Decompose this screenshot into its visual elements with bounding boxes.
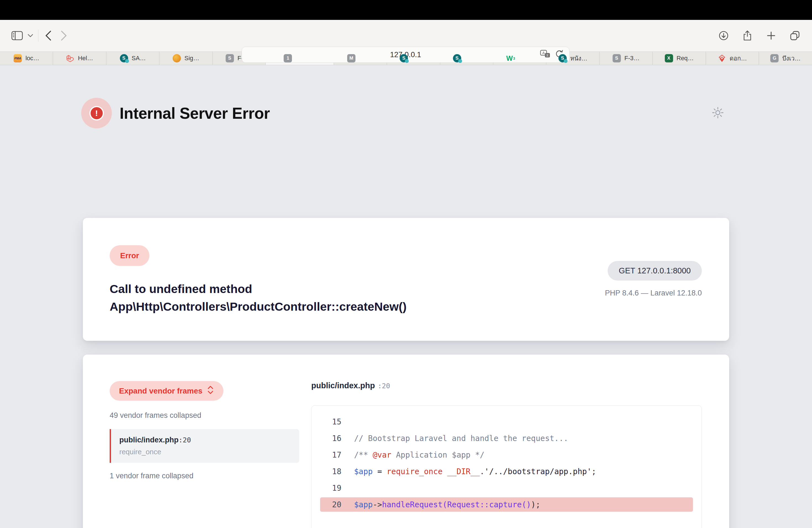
forward-icon (61, 31, 67, 41)
tab-14-thai-shop[interactable]: ดอก… (706, 52, 759, 65)
toolbar-divider (38, 30, 39, 42)
theme-toggle-button[interactable] (711, 106, 724, 120)
error-type-badge: Error (110, 245, 149, 266)
tab-03-sharepoint[interactable]: S SA… (106, 52, 159, 65)
downloads-button[interactable] (716, 27, 731, 44)
exception-message-line1: Call to undefined method (110, 280, 407, 298)
sharepoint-icon: S (120, 54, 128, 62)
tab-04-signature[interactable]: Sig… (159, 52, 213, 65)
plus-icon (767, 31, 775, 40)
letter-s-icon: S (226, 54, 234, 62)
translate-icon[interactable]: A 文 (540, 49, 551, 60)
letter-m-icon: M (347, 54, 356, 62)
code-line-ref: :20 (378, 382, 390, 390)
code-line-18: 18 $app = require_once __DIR__.'/../boot… (311, 463, 701, 480)
sidebar-toggle-button[interactable] (10, 27, 25, 44)
code-column: public/index.php:20 15 16 // Bootstrap L… (311, 381, 702, 528)
svg-text:文: 文 (546, 54, 549, 57)
tab-12-form[interactable]: S F-3… (599, 52, 653, 65)
code-line-15: 15 (311, 413, 701, 430)
laravel-icon (66, 54, 74, 62)
request-meta: GET 127.0.0.1:8000 PHP 8.4.6 — Laravel 1… (605, 261, 702, 297)
vendor-frames-collapsed-top: 49 vendor frames collapsed (110, 411, 299, 420)
excel-icon: X (665, 54, 673, 62)
red-diamond-icon (718, 54, 726, 62)
letter-g-icon: G (770, 54, 779, 62)
page-title: Internal Server Error (120, 104, 270, 122)
share-button[interactable] (740, 27, 755, 44)
orange-badge-icon (173, 54, 181, 62)
code-line-16: 16 // Bootstrap Laravel and handle the r… (311, 430, 701, 446)
letter-s-icon: S (613, 54, 621, 62)
tab-02-laravel-site[interactable]: Hel… (53, 52, 106, 65)
toolbar-left-group (10, 20, 72, 52)
expand-chevrons-icon (207, 385, 214, 397)
code-line-20-highlighted: 20 $app->handleRequest(Request::capture(… (311, 496, 701, 513)
tab-overview-icon (789, 30, 800, 41)
request-badge: GET 127.0.0.1:8000 (608, 261, 702, 281)
browser-toolbar: 127.0.0.1 A 文 (0, 20, 812, 52)
expand-vendor-frames-button[interactable]: Expand vendor frames (110, 381, 223, 401)
code-line-19: 19 (311, 480, 701, 496)
macos-menu-bar (0, 0, 812, 20)
tab-overview-button[interactable] (787, 27, 802, 44)
error-summary-card: Error Call to undefined method App\Http\… (83, 218, 729, 341)
page-header: ! Internal Server Error (81, 98, 731, 128)
tab-01-phpmyadmin[interactable]: PMA loc… (0, 52, 53, 65)
sun-icon (711, 116, 724, 120)
sharepoint-icon: S (559, 54, 567, 62)
new-tab-button[interactable] (764, 27, 779, 44)
sidebar-menu-button[interactable] (25, 27, 36, 44)
phpmyadmin-icon: PMA (14, 54, 22, 62)
trace-column: Expand vendor frames 49 vendor frames co… (110, 381, 299, 480)
share-icon (743, 30, 752, 41)
code-line-17: 17 /** @var Application $app */ (311, 446, 701, 463)
stack-trace-card: Expand vendor frames 49 vendor frames co… (83, 355, 729, 528)
back-icon (45, 31, 52, 41)
tab-15-g-site[interactable]: G บึงเว… (759, 52, 812, 65)
laravel-error-page: ! Internal Server Error Error Call to un… (0, 65, 812, 528)
code-file-header: public/index.php:20 (311, 381, 702, 390)
tab-13-excel-request[interactable]: X Req… (653, 52, 706, 65)
exception-message-line2: App\Http\Controllers\ProductController::… (110, 298, 407, 316)
trace-frame-item[interactable]: public/index.php:20 require_once (110, 429, 299, 463)
forward-button[interactable] (56, 27, 72, 44)
vendor-frames-collapsed-bottom: 1 vendor frame collapsed (110, 472, 299, 480)
sharepoint-icon: S (453, 54, 461, 62)
sharepoint-icon: S (400, 54, 408, 62)
download-icon (719, 31, 729, 41)
letter-1-icon: 1 (284, 54, 292, 62)
back-button[interactable] (41, 27, 56, 44)
sidebar-icon (11, 31, 23, 40)
frame-file: public/index.php:20 (119, 436, 291, 444)
w3schools-icon: W3 (507, 54, 515, 62)
toolbar-right-group (716, 20, 802, 52)
exception-message: Call to undefined method App\Http\Contro… (110, 280, 407, 316)
alert-icon: ! (81, 98, 112, 128)
code-viewer: 15 16 // Bootstrap Laravel and handle th… (311, 406, 702, 528)
svg-text:A: A (542, 51, 545, 55)
chevron-down-icon (28, 34, 33, 37)
frame-function: require_once (119, 448, 291, 456)
version-info: PHP 8.4.6 — Laravel 12.18.0 (605, 289, 702, 297)
